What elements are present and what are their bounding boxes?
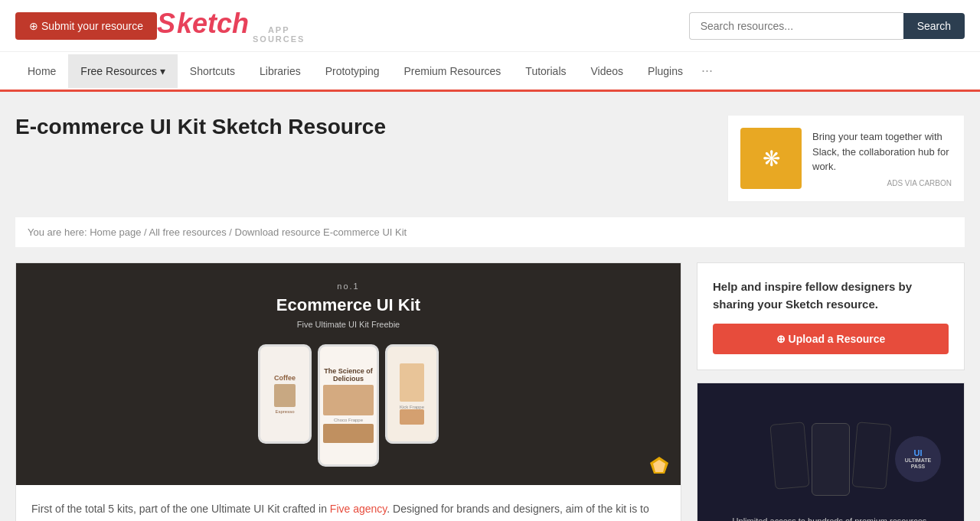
logo-area: S ketch APP SOURCES [157, 8, 689, 44]
nav-item-shortcuts[interactable]: Shortcuts [178, 54, 247, 88]
nav-item-videos[interactable]: Videos [579, 54, 636, 88]
resource-image-content: no.1 Ecommerce UI Kit Five Ultimate UI K… [258, 282, 439, 467]
nav-item-home[interactable]: Home [15, 54, 68, 88]
nav-item-plugins[interactable]: Plugins [635, 54, 695, 88]
ad-text: Bring your team together with Slack, the… [812, 129, 952, 174]
phones-container: Coffee Espresso The Science of Delicious… [258, 344, 439, 467]
main-grid: no.1 Ecommerce UI Kit Five Ultimate UI K… [15, 262, 965, 521]
resource-img-label: no.1 [258, 282, 439, 291]
ad-content: Bring your team together with Slack, the… [812, 129, 952, 187]
slack-logo-icon: ❋ [740, 128, 802, 189]
resource-card: no.1 Ecommerce UI Kit Five Ultimate UI K… [15, 262, 681, 521]
logo-app-line: APP [253, 25, 305, 34]
page-title: E-commerce UI Kit Sketch Resource [15, 115, 386, 139]
phone-mock-1: Coffee Espresso [258, 344, 312, 444]
nav-item-premium-resources[interactable]: Premium Resources [392, 54, 514, 88]
search-area: Search [689, 12, 965, 40]
breadcrumb-text: You are here: Home page / All free resou… [28, 226, 407, 238]
banner-text-overlay: Unlimited access to hundreds of premium … [697, 516, 964, 521]
sidebar-promo-text: Help and inspire fellow designers by sha… [713, 278, 949, 313]
resource-description: First of the total 5 kits, part of the o… [31, 500, 665, 521]
banner-phone-2 [812, 423, 850, 496]
logo-sources-line: SOURCES [253, 34, 305, 44]
resource-img-title: Ecommerce UI Kit [258, 295, 439, 315]
breadcrumb: You are here: Home page / All free resou… [15, 217, 965, 247]
content-wrapper: E-commerce UI Kit Sketch Resource ❋ Brin… [0, 92, 980, 521]
banner-phone-3 [851, 422, 891, 490]
logo: S ketch APP SOURCES [157, 8, 689, 44]
page-title-section: E-commerce UI Kit Sketch Resource ❋ Brin… [15, 115, 965, 202]
logo-app-sources: APP SOURCES [253, 25, 305, 44]
upload-resource-button[interactable]: ⊕ Upload a Resource [713, 324, 949, 354]
header-left: ⊕ Submit your resource [15, 12, 157, 40]
ad-box: ❋ Bring your team together with Slack, t… [727, 115, 965, 202]
sidebar-promo: Help and inspire fellow designers by sha… [697, 262, 965, 370]
nav-item-tutorials[interactable]: Tutorials [513, 54, 578, 88]
nav-item-libraries[interactable]: Libraries [247, 54, 313, 88]
sidebar: Help and inspire fellow designers by sha… [697, 262, 965, 521]
search-button[interactable]: Search [903, 13, 965, 39]
banner-phones [773, 423, 889, 496]
nav-more-dots[interactable]: ··· [695, 52, 719, 90]
phone-mock-3: Kick Frappe [385, 344, 439, 444]
submit-resource-button[interactable]: ⊕ Submit your resource [15, 12, 157, 40]
badge-text: UI ULTIMATEPASS [905, 448, 931, 471]
agency-link[interactable]: Five agency [330, 503, 387, 515]
resource-image: no.1 Ecommerce UI Kit Five Ultimate UI K… [16, 263, 681, 485]
banner-phone-1 [769, 422, 809, 490]
logo-sketch-s: S [157, 8, 175, 40]
logo-sketch-ketch: ketch [177, 8, 249, 40]
resource-img-sub: Five Ultimate UI Kit Freebie [258, 320, 439, 329]
main-nav: Home Free Resources ▾ Shortcuts Librarie… [0, 52, 980, 92]
nav-item-free-resources[interactable]: Free Resources ▾ [68, 54, 177, 88]
sketch-diamond-icon [650, 457, 668, 476]
search-input[interactable] [689, 12, 903, 40]
header: ⊕ Submit your resource S ketch APP SOURC… [0, 0, 980, 52]
sidebar-banner[interactable]: UI ULTIMATEPASS Unlimited access to hund… [697, 383, 965, 521]
banner-badge: UI ULTIMATEPASS [895, 436, 941, 482]
phone-mock-2: The Science of Delicious Choco Frappe [318, 344, 379, 467]
nav-item-prototyping[interactable]: Prototyping [313, 54, 392, 88]
ad-via: ADS VIA CARBON [812, 179, 952, 187]
resource-desc: First of the total 5 kits, part of the o… [16, 485, 681, 521]
